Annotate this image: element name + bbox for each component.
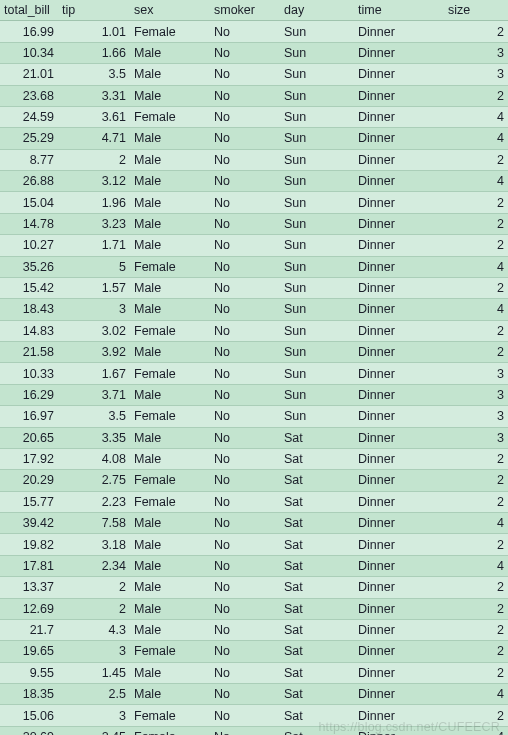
cell-day: Sun	[280, 85, 354, 106]
cell-tip: 3	[58, 641, 130, 662]
cell-smoker: No	[210, 662, 280, 683]
cell-size: 4	[444, 684, 508, 705]
cell-total-bill: 15.42	[0, 277, 58, 298]
cell-day: Sun	[280, 21, 354, 42]
cell-smoker: No	[210, 128, 280, 149]
cell-day: Sun	[280, 42, 354, 63]
cell-tip: 7.58	[58, 513, 130, 534]
table-row: 16.293.71MaleNoSunDinner3	[0, 384, 508, 405]
header-row: total_bill tip sex smoker day time size	[0, 0, 508, 21]
table-row: 39.427.58MaleNoSatDinner4	[0, 513, 508, 534]
cell-sex: Female	[130, 21, 210, 42]
table-row: 21.74.3MaleNoSatDinner2	[0, 619, 508, 640]
cell-total-bill: 15.04	[0, 192, 58, 213]
cell-time: Dinner	[354, 21, 444, 42]
cell-time: Dinner	[354, 406, 444, 427]
table-row: 18.352.5MaleNoSatDinner4	[0, 684, 508, 705]
cell-smoker: No	[210, 427, 280, 448]
cell-day: Sat	[280, 641, 354, 662]
table-row: 24.593.61FemaleNoSunDinner4	[0, 106, 508, 127]
cell-tip: 3.71	[58, 384, 130, 405]
cell-time: Dinner	[354, 555, 444, 576]
cell-total-bill: 12.69	[0, 598, 58, 619]
cell-sex: Male	[130, 42, 210, 63]
cell-day: Sat	[280, 619, 354, 640]
cell-smoker: No	[210, 598, 280, 619]
cell-size: 4	[444, 726, 508, 735]
cell-sex: Male	[130, 662, 210, 683]
cell-tip: 3.61	[58, 106, 130, 127]
cell-day: Sat	[280, 470, 354, 491]
cell-smoker: No	[210, 299, 280, 320]
cell-smoker: No	[210, 384, 280, 405]
cell-size: 2	[444, 342, 508, 363]
cell-size: 2	[444, 192, 508, 213]
cell-time: Dinner	[354, 363, 444, 384]
cell-total-bill: 9.55	[0, 662, 58, 683]
cell-total-bill: 16.29	[0, 384, 58, 405]
cell-time: Dinner	[354, 64, 444, 85]
cell-total-bill: 24.59	[0, 106, 58, 127]
cell-smoker: No	[210, 513, 280, 534]
cell-size: 2	[444, 598, 508, 619]
cell-tip: 3.12	[58, 171, 130, 192]
cell-sex: Female	[130, 363, 210, 384]
cell-time: Dinner	[354, 342, 444, 363]
cell-smoker: No	[210, 684, 280, 705]
cell-day: Sun	[280, 384, 354, 405]
cell-sex: Male	[130, 171, 210, 192]
cell-day: Sun	[280, 320, 354, 341]
cell-time: Dinner	[354, 235, 444, 256]
cell-time: Dinner	[354, 513, 444, 534]
table-row: 17.924.08MaleNoSatDinner2	[0, 448, 508, 469]
cell-day: Sat	[280, 684, 354, 705]
cell-tip: 3.5	[58, 64, 130, 85]
cell-smoker: No	[210, 85, 280, 106]
cell-day: Sat	[280, 662, 354, 683]
cell-sex: Male	[130, 299, 210, 320]
cell-sex: Male	[130, 342, 210, 363]
table-row: 14.783.23MaleNoSunDinner2	[0, 213, 508, 234]
cell-day: Sun	[280, 213, 354, 234]
cell-sex: Male	[130, 384, 210, 405]
cell-size: 2	[444, 470, 508, 491]
cell-total-bill: 18.35	[0, 684, 58, 705]
cell-smoker: No	[210, 726, 280, 735]
col-total-bill: total_bill	[0, 0, 58, 21]
cell-size: 4	[444, 128, 508, 149]
cell-total-bill: 17.81	[0, 555, 58, 576]
cell-size: 2	[444, 85, 508, 106]
cell-size: 3	[444, 427, 508, 448]
cell-day: Sun	[280, 406, 354, 427]
cell-sex: Male	[130, 555, 210, 576]
cell-time: Dinner	[354, 448, 444, 469]
cell-sex: Male	[130, 64, 210, 85]
table-row: 16.991.01FemaleNoSunDinner2	[0, 21, 508, 42]
cell-time: Dinner	[354, 171, 444, 192]
cell-size: 4	[444, 299, 508, 320]
cell-day: Sat	[280, 534, 354, 555]
cell-tip: 1.67	[58, 363, 130, 384]
cell-smoker: No	[210, 577, 280, 598]
cell-total-bill: 20.65	[0, 427, 58, 448]
cell-tip: 1.71	[58, 235, 130, 256]
cell-day: Sun	[280, 342, 354, 363]
cell-total-bill: 14.78	[0, 213, 58, 234]
cell-smoker: No	[210, 277, 280, 298]
cell-tip: 3	[58, 705, 130, 726]
cell-day: Sun	[280, 128, 354, 149]
cell-tip: 3	[58, 299, 130, 320]
cell-size: 2	[444, 448, 508, 469]
table-row: 25.294.71MaleNoSunDinner4	[0, 128, 508, 149]
cell-sex: Female	[130, 470, 210, 491]
cell-sex: Male	[130, 128, 210, 149]
cell-size: 3	[444, 363, 508, 384]
table-row: 8.772MaleNoSunDinner2	[0, 149, 508, 170]
cell-time: Dinner	[354, 427, 444, 448]
cell-tip: 5	[58, 256, 130, 277]
cell-total-bill: 17.92	[0, 448, 58, 469]
table-row: 10.341.66MaleNoSunDinner3	[0, 42, 508, 63]
cell-tip: 3.02	[58, 320, 130, 341]
cell-total-bill: 10.33	[0, 363, 58, 384]
cell-total-bill: 10.34	[0, 42, 58, 63]
